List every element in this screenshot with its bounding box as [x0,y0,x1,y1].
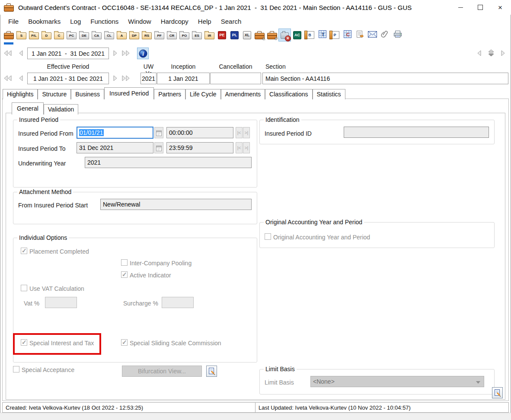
table-c-icon[interactable]: C [341,29,354,41]
cr-folder-icon[interactable]: CR [166,29,178,41]
briefcase-l-icon[interactable]: L [253,29,266,41]
contract-period-box[interactable]: 1 Jan 2021 - 31 Dec 2021 [27,48,109,59]
menu-window[interactable]: Window [123,16,156,27]
contract-first-button[interactable] [3,48,13,58]
menu-file[interactable]: File [3,16,23,27]
ac-square-icon[interactable]: AC [291,29,303,41]
maximize-button[interactable] [470,0,490,15]
contract-prev-button[interactable] [16,48,26,58]
close-button[interactable]: × [490,0,510,15]
es-folder-icon[interactable]: ES [191,29,203,41]
tab-highlights[interactable]: Highlights [3,89,38,99]
to-time-last-button[interactable]: >| [243,142,250,153]
minimize-icon [458,7,463,8]
menu-bookmarks[interactable]: Bookmarks [23,16,65,27]
minimize-button[interactable] [450,0,470,15]
insured-period-from-time[interactable]: 00:00:00 [166,127,233,138]
subtab-general[interactable]: General [12,102,44,115]
menu-bar: FileBookmarksLogFunctionsWindowHardcopyH… [0,15,511,28]
menu-help[interactable]: Help [193,16,216,27]
tab-business[interactable]: Business [71,89,104,99]
special-acceptance-checkbox[interactable] [13,366,19,372]
contract-next-button[interactable] [110,48,121,58]
section-last-button[interactable] [121,73,131,83]
book-b-icon[interactable]: B [303,29,316,41]
insured-period-to-time[interactable]: 23:59:59 [166,142,233,153]
tab-life-cycle[interactable]: Life Cycle [185,89,220,99]
list-export-icon[interactable] [354,29,366,41]
de-folder-icon[interactable]: DE [78,29,90,41]
contract-last-button[interactable] [121,48,131,58]
tab-amendments[interactable]: Amendments [221,89,265,99]
cancellation-box[interactable] [210,73,261,84]
d-folder-icon[interactable]: D [40,29,53,41]
pc-folder-icon[interactable]: PC [65,29,78,41]
from-time-first-button[interactable]: |< [236,127,243,138]
s-folder-icon[interactable]: S [15,29,28,41]
printer-icon[interactable] [391,29,404,41]
insured-period-from-input[interactable]: 01/01/21 [77,127,153,139]
underwriting-year-input[interactable]: 2021 [85,157,252,168]
tab-insured-period[interactable]: Insured Period [104,87,154,99]
tab-statistics[interactable]: Statistics [313,89,345,99]
section-label: Section [265,63,286,70]
paperclip-icon[interactable] [379,29,391,41]
uw-yr-box[interactable]: 2021 [141,73,156,84]
subtab-validation[interactable]: Validation [44,104,78,115]
envelope-icon[interactable] [366,29,379,41]
menu-hardcopy[interactable]: Hardcopy [156,16,193,27]
active-indicator-checkbox[interactable] [121,271,128,278]
section-scroll-right-button[interactable] [498,48,508,58]
placement-completed-checkbox[interactable] [21,248,27,254]
xl-square-icon[interactable]: XL [241,29,253,41]
special-sliding-scale-commission-checkbox[interactable] [121,339,128,346]
inter-company-pooling-checkbox[interactable] [121,259,128,266]
menu-functions[interactable]: Functions [86,16,123,27]
pl-folder-icon[interactable]: P/L [28,29,40,41]
tab-partners[interactable]: Partners [154,89,185,99]
edit-form-button-2[interactable] [492,387,503,398]
insured-period-to-input[interactable]: 31 Dec 2021 [77,142,153,153]
table-t-icon[interactable]: T [316,29,329,41]
dp-folder-icon[interactable]: DP [128,29,141,41]
identification-group-title: Identification [264,116,301,123]
effective-period-box[interactable]: 1 Jan 2021 - 31 Dec 2021 [27,73,109,84]
tab-classifications[interactable]: Classifications [265,89,312,99]
vat-percent-input [45,297,77,308]
left-arrow-icon [18,50,24,57]
rs-folder-icon[interactable]: RS [141,29,153,41]
ir-folder-icon[interactable]: IR [203,29,216,41]
briefcase-f-icon[interactable]: F [266,29,278,41]
pf-folder-icon[interactable]: PF [153,29,166,41]
to-calendar-button [154,142,163,153]
book-p-icon[interactable]: P [329,29,341,41]
menu-log[interactable]: Log [65,16,86,27]
from-time-last-button[interactable]: >| [243,127,250,138]
section-sort-button[interactable] [486,48,496,58]
section-prev-button[interactable] [16,73,26,83]
inception-box[interactable]: 1 Jan 2021 [157,73,210,84]
section-scroll-left-button[interactable] [474,48,484,58]
original-accounting-checkbox[interactable] [265,233,271,240]
edit-form-button[interactable] [206,366,217,377]
section-first-button[interactable] [3,73,13,83]
close-section-icon[interactable] [278,29,291,41]
cl-folder-icon[interactable]: CL [103,29,115,41]
to-time-first-button[interactable]: |< [236,142,243,153]
section-box[interactable]: Main Section - AA14116 [262,73,508,84]
pe-square-icon: PE [218,31,226,39]
contract-briefcase-icon[interactable] [3,29,15,41]
use-vat-calculation-checkbox[interactable] [21,285,27,291]
tab-structure[interactable]: Structure [38,89,71,99]
ca-folder-icon[interactable]: CA [90,29,103,41]
right-arrow-icon [500,50,506,57]
menu-search[interactable]: Search [216,16,246,27]
info-button[interactable]: i [137,48,149,59]
c-folder-icon[interactable]: C [53,29,65,41]
pl-square-icon[interactable]: PL [228,29,241,41]
attachment-method-input[interactable]: New/Renewal [100,199,252,210]
a-folder-icon[interactable]: A [115,29,128,41]
section-next-button[interactable] [110,73,121,83]
pe-square-icon[interactable]: PE [216,29,228,41]
po-folder-icon[interactable]: PO [178,29,191,41]
